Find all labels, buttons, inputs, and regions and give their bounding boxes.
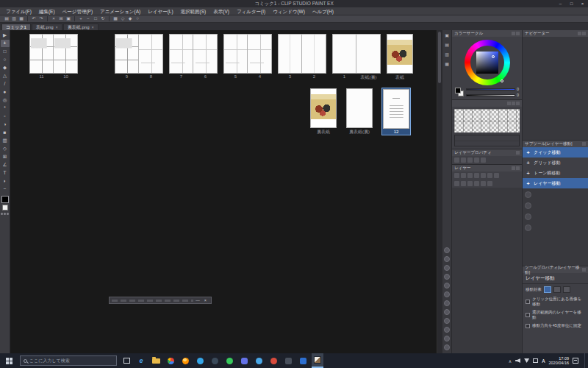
ime-indicator[interactable]: A xyxy=(542,358,545,364)
airbrush-tool[interactable]: ◎ xyxy=(1,96,10,104)
open-icon[interactable]: ▥ xyxy=(10,15,18,22)
checkbox-icon[interactable] xyxy=(526,324,530,328)
sub-color-swatch[interactable] xyxy=(2,205,8,210)
maximize-button[interactable]: □ xyxy=(566,0,577,7)
taskbar-search[interactable] xyxy=(20,355,117,366)
collapsed-palette-icon[interactable] xyxy=(444,274,450,280)
layer-move-tool[interactable]: + xyxy=(1,40,10,47)
quick-access-palette-icon[interactable]: ▣ xyxy=(443,32,451,39)
history-palette-icon[interactable]: ▥ xyxy=(443,52,451,58)
menu-animation[interactable]: アニメーション(A) xyxy=(96,7,144,15)
menu-help[interactable]: ヘルプ(H) xyxy=(309,7,337,15)
layer-effect-buttons[interactable] xyxy=(452,156,522,164)
collapsed-dialog-bar[interactable]: — × xyxy=(109,297,212,304)
panel-menu-icons[interactable] xyxy=(578,32,586,35)
decoration-tool[interactable]: * xyxy=(1,105,10,112)
front-cover-thumbnail[interactable]: 表紙 xyxy=(387,34,413,81)
grid-icon[interactable]: ▦ xyxy=(112,15,119,22)
back-cover-thumbnail[interactable]: 裏表紙 xyxy=(310,88,337,135)
information-palette-icon[interactable]: ▦ xyxy=(443,61,451,68)
layer-property-header[interactable]: レイヤープロパティ xyxy=(452,149,522,156)
balloon-tool[interactable]: ◗ xyxy=(1,177,10,185)
blue-app-icon[interactable] xyxy=(297,353,309,368)
gradient-tool[interactable]: ▥ xyxy=(1,137,10,144)
current-color-chips[interactable] xyxy=(455,88,464,96)
page-thumbnail[interactable] xyxy=(223,34,248,74)
move-target-option-3[interactable] xyxy=(563,286,570,293)
firefox-icon[interactable] xyxy=(179,353,191,368)
page-spread-9-8[interactable]: 98 xyxy=(115,34,163,79)
pencil-tool[interactable]: / xyxy=(1,80,10,88)
subtool-layer-move[interactable]: + レイヤー移動 xyxy=(523,178,588,188)
page-spread-1-inside-cover[interactable]: 1表紙(裏) xyxy=(332,34,381,81)
collapsed-palette-icon[interactable] xyxy=(444,327,450,333)
dialog-minimize-button[interactable]: — xyxy=(193,297,202,304)
collapsed-palette-icon[interactable] xyxy=(444,291,450,297)
menu-edit[interactable]: 編集(E) xyxy=(35,7,59,15)
panel-menu-icons[interactable] xyxy=(516,151,520,155)
page-thumbnail[interactable] xyxy=(302,34,326,74)
minimize-button[interactable]: – xyxy=(555,0,566,7)
move-target-option-2[interactable] xyxy=(553,286,561,293)
page-thumbnail[interactable] xyxy=(54,34,78,74)
page-thumbnail[interactable] xyxy=(29,34,54,74)
checkbox-icon[interactable] xyxy=(526,313,530,317)
option-move-image-at-click[interactable]: クリック位置にある画像を移動 xyxy=(523,295,588,308)
value-slider[interactable] xyxy=(466,94,515,96)
page-thumbnail[interactable] xyxy=(169,34,193,74)
taskbar-clock[interactable]: 17:09 2020/04/16 xyxy=(548,356,569,365)
eyedropper-tool[interactable]: ◆ xyxy=(1,64,10,71)
steam-icon[interactable] xyxy=(209,353,220,368)
page-thumbnail[interactable] xyxy=(332,34,356,74)
collapsed-palette-icon[interactable] xyxy=(444,309,450,315)
action-center-button[interactable] xyxy=(573,358,578,364)
main-color-swatch[interactable] xyxy=(1,196,9,203)
page-thumbnail[interactable] xyxy=(139,34,163,74)
collapsed-palette-icon[interactable] xyxy=(444,265,450,271)
hue-slider[interactable] xyxy=(466,88,515,91)
layer-toolbar-row-1[interactable] xyxy=(452,171,522,180)
menu-view[interactable]: 表示(V) xyxy=(209,7,233,15)
blend-tool[interactable]: ◑ xyxy=(1,121,10,128)
dialog-close-button[interactable]: × xyxy=(202,297,209,304)
color-circle-header[interactable]: カラーサークル xyxy=(452,30,522,37)
page-thumbnail[interactable] xyxy=(310,88,337,128)
eraser-tool[interactable]: ▫ xyxy=(1,113,10,120)
subtool-tone-move[interactable]: + トーン柄移動 xyxy=(523,168,588,178)
page-thumbnail[interactable] xyxy=(387,34,413,74)
menu-page-management[interactable]: ページ管理(P) xyxy=(59,7,96,15)
file-explorer-icon[interactable] xyxy=(150,353,162,368)
menu-layer[interactable]: レイヤー(L) xyxy=(144,7,176,15)
navigator-header[interactable]: ナビゲーター xyxy=(523,30,588,37)
save-icon[interactable]: ▦ xyxy=(18,15,25,22)
media-player-icon[interactable] xyxy=(268,353,279,368)
auto-select-tool[interactable]: ○ xyxy=(1,56,10,63)
figure-tool[interactable]: ◇ xyxy=(1,145,10,152)
panel-menu-icons[interactable] xyxy=(507,102,520,105)
display-icon[interactable] xyxy=(533,358,538,363)
pen-tool[interactable]: △ xyxy=(1,72,10,79)
fill-tool[interactable]: ■ xyxy=(1,129,10,136)
redo-icon[interactable]: ↷ xyxy=(37,15,45,22)
clip-studio-paint-icon[interactable] xyxy=(312,353,323,368)
collapsed-palette-icon[interactable] xyxy=(444,283,450,289)
option-snap-45-degrees[interactable]: 移動方向を45度単位に固定 xyxy=(523,322,588,330)
search-input[interactable] xyxy=(29,358,103,363)
collapsed-palette-icon[interactable] xyxy=(444,336,450,342)
tray-expand-chevron[interactable]: ∧ xyxy=(509,358,512,364)
cut-icon[interactable]: × xyxy=(50,15,57,22)
brush-tool[interactable]: ● xyxy=(1,88,10,96)
canvas-scrollbar[interactable] xyxy=(437,30,442,353)
swatch-list[interactable] xyxy=(454,135,520,146)
close-button[interactable]: × xyxy=(577,0,588,7)
paste-icon[interactable]: ▣ xyxy=(65,15,72,22)
menu-window[interactable]: ウィンドウ(W) xyxy=(269,7,309,15)
skype-icon[interactable] xyxy=(194,353,206,368)
collapsed-subtool-icon[interactable] xyxy=(525,202,531,209)
menu-file[interactable]: ファイル(F) xyxy=(2,7,35,15)
close-icon[interactable]: × xyxy=(56,25,58,29)
material-palette-icon[interactable]: ▤ xyxy=(443,42,451,49)
fit-view-icon[interactable]: □ xyxy=(92,15,99,22)
layer-toolbar-row-2[interactable] xyxy=(452,180,522,188)
menu-selection[interactable]: 選択範囲(S) xyxy=(177,7,210,15)
